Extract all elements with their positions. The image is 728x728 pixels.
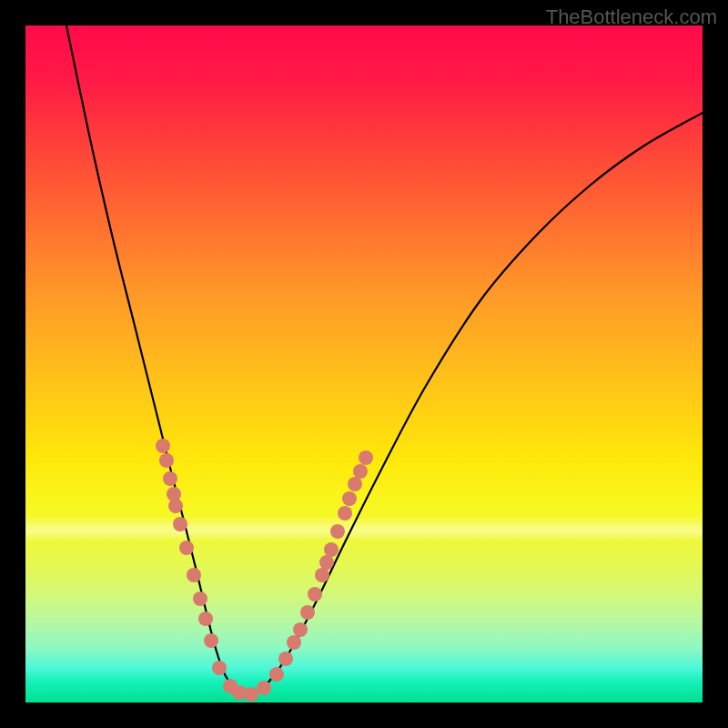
curve-marker [287, 635, 301, 650]
curve-markers-group [156, 439, 373, 702]
curve-marker [308, 587, 322, 602]
curve-marker [319, 555, 334, 570]
curve-marker [269, 667, 284, 682]
curve-marker [193, 592, 207, 606]
curve-marker [212, 661, 227, 675]
curve-marker [163, 471, 177, 486]
watermark-text: TheBottleneck.com [546, 5, 717, 29]
curve-marker [278, 652, 293, 666]
curve-marker [198, 612, 213, 626]
curve-marker [359, 450, 373, 465]
curve-marker [342, 491, 357, 506]
curve-marker [179, 541, 194, 555]
bottleneck-curve [66, 25, 703, 695]
chart-svg [25, 25, 703, 703]
curve-marker [204, 633, 218, 648]
curve-marker [348, 477, 362, 491]
curve-marker [244, 687, 258, 702]
curve-marker [156, 439, 170, 453]
curve-marker [324, 542, 339, 557]
curve-marker [300, 605, 315, 620]
curve-marker [330, 524, 345, 539]
curve-marker [338, 506, 352, 521]
curve-marker [173, 517, 187, 531]
curve-marker [257, 681, 271, 695]
curve-marker [159, 453, 174, 468]
curve-marker [187, 568, 201, 582]
chart-frame [25, 25, 703, 703]
curve-marker [353, 464, 368, 479]
curve-marker [168, 499, 183, 513]
curve-marker [293, 622, 308, 637]
curve-marker [315, 568, 329, 582]
